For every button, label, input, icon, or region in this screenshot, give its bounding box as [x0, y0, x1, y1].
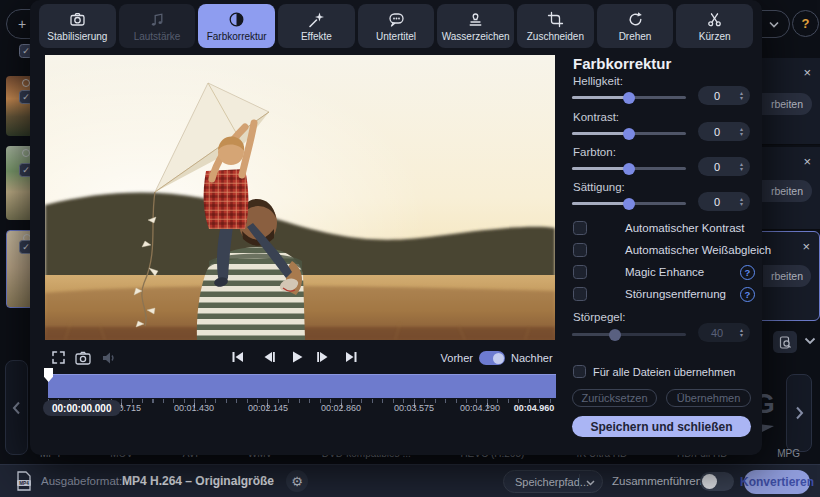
edit-button[interactable]: rbeiten [762, 93, 812, 115]
format-tab[interactable]: MPG [777, 448, 800, 459]
magic-wand-icon [308, 11, 325, 28]
preview-file-button[interactable] [773, 331, 797, 353]
hue-value-box[interactable]: 0▴▾ [698, 157, 750, 176]
gear-icon: ⚙ [291, 474, 303, 489]
slider-thumb[interactable] [623, 128, 635, 140]
speech-bubble-icon [388, 11, 405, 28]
denoise-checkbox[interactable] [573, 287, 587, 301]
tab-farbkorrektur[interactable]: Farbkorrektur [198, 4, 275, 48]
tab-label: Untertitel [376, 31, 416, 42]
crop-icon [547, 11, 564, 28]
skip-end-icon [344, 350, 358, 364]
contrast-label: Kontrast: [573, 111, 619, 123]
contrast-slider-row: 0▴▾ [572, 126, 752, 140]
question-icon: ? [802, 16, 810, 31]
tab-wasserzeichen[interactable]: Wasserzeichen [437, 4, 514, 48]
clock-icon [22, 149, 30, 157]
slider-thumb[interactable] [623, 198, 635, 210]
brightness-slider[interactable] [572, 96, 686, 99]
save-close-button[interactable]: Speichern und schließen [572, 416, 751, 437]
saturation-slider-row: 0▴▾ [572, 196, 752, 210]
chevron-down-icon [769, 21, 779, 28]
noise-level-value: 40 [698, 327, 736, 339]
volume-button[interactable] [101, 349, 118, 366]
noise-level-value-box: 40▴▾ [698, 323, 750, 342]
convert-button[interactable]: Konvertieren [744, 470, 810, 494]
magic-enhance-help-button[interactable]: ? [740, 265, 755, 280]
timeline-tick-label: 00:02.860 [321, 403, 361, 413]
tab-kuerzen[interactable]: Kürzen [676, 4, 753, 48]
auto-contrast-label: Automatischer Kontrast [625, 222, 745, 234]
auto-whitebalance-label: Automatischer Weißabgleich [625, 244, 771, 256]
close-icon[interactable]: × [802, 240, 810, 253]
hue-slider-row: 0▴▾ [572, 161, 752, 175]
saturation-value-box[interactable]: 0▴▾ [698, 192, 750, 211]
apply-all-checkbox[interactable] [573, 365, 586, 378]
reset-button-label: Zurücksetzen [581, 392, 647, 404]
slider-thumb[interactable] [623, 163, 635, 175]
tab-lautstaerke[interactable]: Lautstärke [119, 4, 196, 48]
contrast-value-box[interactable]: 0▴▾ [698, 122, 750, 141]
skip-end-button[interactable] [343, 349, 359, 365]
merge-toggle[interactable] [700, 472, 734, 491]
close-icon[interactable]: × [803, 155, 811, 168]
tab-zuschneiden[interactable]: Zuschneiden [517, 4, 594, 48]
merge-label: Zusammenführen: [612, 475, 705, 487]
denoise-help-button[interactable]: ? [740, 287, 755, 302]
timeline-tick-label: 00:04.290 [460, 403, 500, 413]
output-settings-button[interactable]: ⚙ [286, 470, 308, 492]
stepper-arrows-icon[interactable]: ▴▾ [736, 162, 750, 172]
play-button[interactable] [289, 349, 305, 365]
chevron-down-icon[interactable] [804, 337, 816, 345]
formats-scroll-left-button[interactable] [5, 360, 28, 455]
slider-thumb[interactable] [623, 92, 635, 104]
tab-label: Kürzen [699, 31, 731, 42]
stepper-arrows-icon[interactable]: ▴▾ [736, 197, 750, 207]
apply-button-label: Übernehmen [677, 392, 741, 404]
tab-drehen[interactable]: Drehen [597, 4, 674, 48]
save-path-dropdown[interactable]: Speicherpfad... [503, 470, 603, 493]
auto-contrast-checkbox[interactable] [573, 221, 587, 235]
close-icon[interactable]: × [803, 66, 811, 79]
scissors-icon [706, 11, 723, 28]
saturation-slider[interactable] [572, 202, 686, 205]
play-icon [290, 350, 304, 364]
reset-button[interactable]: Zurücksetzen [572, 389, 657, 407]
svg-text:MP4: MP4 [19, 481, 29, 486]
convert-button-label: Konvertieren [740, 475, 814, 489]
video-preview[interactable] [45, 55, 555, 340]
hue-value: 0 [698, 161, 736, 173]
edit-button-label: rbeiten [771, 98, 803, 110]
stepper-arrows-icon[interactable]: ▴▾ [736, 127, 750, 137]
snapshot-button[interactable] [74, 349, 92, 366]
apply-button[interactable]: Übernehmen [666, 389, 751, 407]
brightness-value-box[interactable]: 0▴▾ [698, 86, 750, 105]
auto-whitebalance-checkbox[interactable] [573, 243, 587, 257]
check-icon: ✓ [22, 92, 30, 102]
tab-untertitel[interactable]: Untertitel [358, 4, 435, 48]
hue-slider[interactable] [572, 167, 686, 170]
camera-icon [75, 351, 91, 365]
toggle-knob [493, 353, 504, 364]
timeline-bar[interactable] [48, 374, 556, 398]
before-after-toggle[interactable] [479, 351, 505, 365]
prev-frame-button[interactable] [261, 349, 277, 365]
skip-start-button[interactable] [230, 349, 246, 365]
stepper-arrows-icon[interactable]: ▴▾ [736, 91, 750, 101]
formats-scroll-right-button[interactable] [786, 374, 812, 452]
brightness-value: 0 [698, 90, 736, 102]
speaker-icon [102, 351, 117, 365]
check-icon: ✓ [22, 165, 30, 175]
save-close-button-label: Speichern und schließen [590, 420, 732, 434]
output-format-value: MP4 H.264 – Originalgröße [122, 474, 274, 488]
fullscreen-button[interactable] [50, 349, 67, 366]
apply-all-label: Für alle Dateien übernehmen [593, 366, 735, 378]
contrast-slider[interactable] [572, 132, 686, 135]
next-frame-button[interactable] [315, 349, 331, 365]
tab-stabilisierung[interactable]: Stabilisierung [39, 4, 116, 48]
edit-button[interactable]: rbeiten [763, 265, 811, 287]
magic-enhance-checkbox[interactable] [573, 265, 587, 279]
tab-effekte[interactable]: Effekte [278, 4, 355, 48]
help-button[interactable]: ? [792, 10, 819, 37]
edit-button[interactable]: rbeiten [762, 180, 812, 202]
